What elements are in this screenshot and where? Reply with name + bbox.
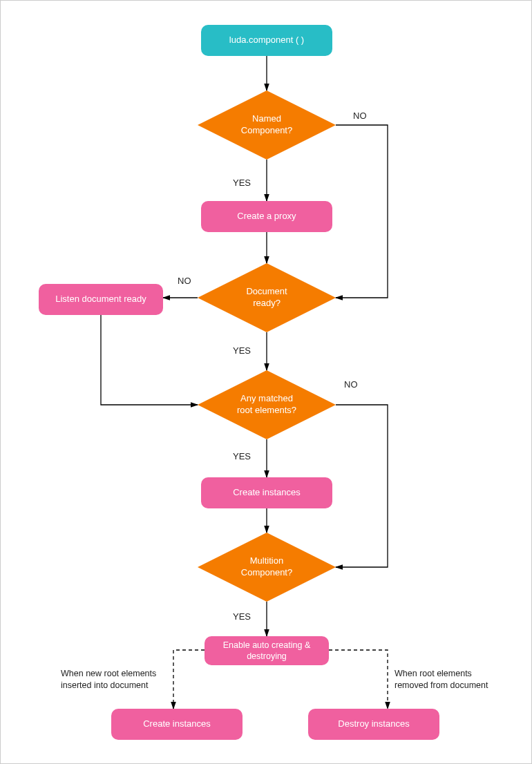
process-enable-auto: Enable auto creating & destroying (205, 636, 329, 665)
process-create-proxy: Create a proxy (201, 201, 332, 232)
process-create-instances-label: Create instances (233, 487, 301, 499)
label-named-yes: YES (233, 178, 251, 188)
decision-match-label: Any matched root elements? (237, 393, 296, 417)
decision-multi-label: Multition Component? (241, 555, 292, 579)
process-create-proxy-label: Create a proxy (237, 211, 296, 222)
start-node-label: luda.component ( ) (229, 35, 304, 46)
process-create-instances: Create instances (201, 477, 332, 508)
label-insert-note: When new root elements inserted into doc… (61, 668, 156, 691)
decision-docready-label: Document ready? (246, 286, 287, 309)
process-create-instances-2-label: Create instances (143, 718, 211, 730)
flowchart-canvas: luda.component ( ) Named Component? Crea… (0, 0, 532, 764)
decision-multition-component: Multition Component? (198, 533, 336, 602)
decision-matched-root-elements: Any matched root elements? (198, 370, 336, 439)
process-create-instances-2: Create instances (111, 709, 243, 740)
decision-named-component: Named Component? (198, 90, 336, 160)
label-match-yes: YES (233, 451, 251, 461)
process-listen-document-ready: Listen document ready (39, 284, 163, 315)
process-destroy-instances: Destroy instances (308, 709, 439, 740)
label-match-no: NO (344, 379, 358, 390)
process-enable-auto-label: Enable auto creating & destroying (223, 640, 310, 662)
decision-named-label: Named Component? (241, 113, 292, 137)
decision-document-ready: Document ready? (198, 263, 336, 332)
label-named-no: NO (353, 111, 367, 121)
process-destroy-instances-label: Destroy instances (338, 718, 409, 730)
start-node: luda.component ( ) (201, 25, 332, 56)
label-multi-yes: YES (233, 611, 251, 622)
label-docready-no: NO (178, 276, 191, 286)
label-docready-yes: YES (233, 345, 251, 356)
label-remove-note: When root elements removed from document (395, 668, 488, 691)
process-listen-label: Listen document ready (55, 294, 146, 305)
